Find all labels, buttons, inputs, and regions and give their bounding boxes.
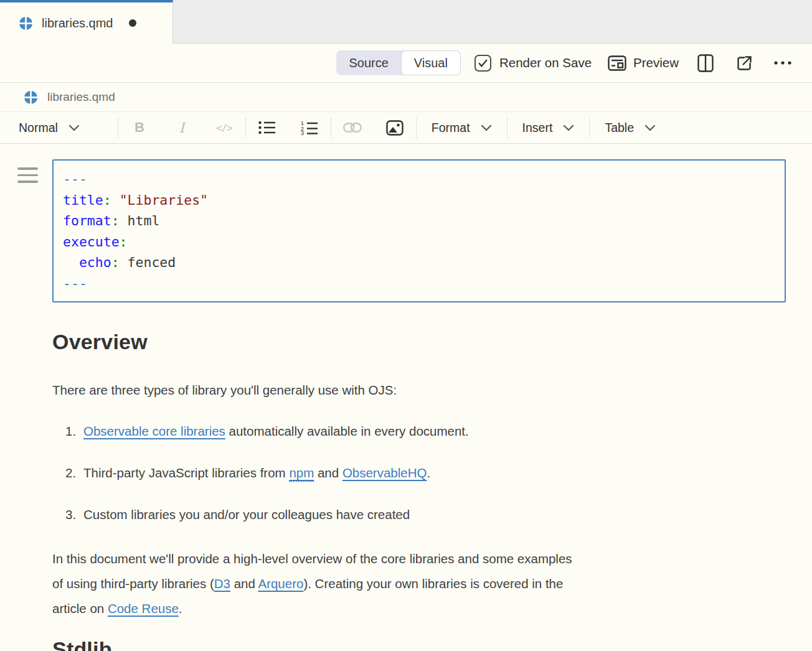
tab-bar: libraries.qmd (0, 0, 812, 44)
yaml-code-line: title: "Libraries" (63, 190, 775, 211)
numbered-list-icon: 1 2 3 (301, 120, 318, 135)
paragraph-style-value: Normal (19, 121, 58, 135)
yaml-code-line: --- (63, 273, 775, 294)
heading-overview[interactable]: Overview (52, 330, 786, 354)
preview-icon (608, 55, 626, 71)
insert-menu-dropdown[interactable]: Insert (519, 121, 578, 135)
chevron-down-icon (644, 124, 656, 131)
text-run: automatically available in every documen… (225, 424, 469, 438)
quarto-visual-editor-window: libraries.qmd Source Visual Render on Sa… (0, 0, 812, 651)
editor-toolbar: Source Visual Render on Save Preview (0, 44, 812, 83)
yaml-code-line: execute: (63, 232, 775, 253)
format-menu-dropdown[interactable]: Format (428, 121, 496, 135)
toolbar-divider (507, 117, 507, 138)
split-editor-button[interactable] (697, 54, 714, 72)
image-button[interactable] (374, 120, 416, 136)
heading-stdlib[interactable]: Stdlib (52, 637, 786, 651)
list-item[interactable]: 3.Custom libraries you and/or your colle… (52, 502, 786, 527)
open-external-icon (736, 55, 753, 72)
list-item-text: Observable core libraries automatically … (83, 419, 469, 444)
text-run: Third-party JavaScript libraries from (83, 466, 289, 480)
toolbar-divider (589, 117, 590, 138)
link-icon (343, 123, 362, 133)
numbered-list-button[interactable]: 1 2 3 (288, 120, 331, 135)
open-external-button[interactable] (736, 55, 753, 72)
intro-paragraph[interactable]: There are three types of library you'll … (52, 378, 786, 403)
ellipsis-icon (773, 60, 792, 65)
list-number: 2. (65, 461, 83, 485)
yaml-code-line: format: html (63, 210, 775, 232)
mode-toggle: Source Visual (336, 50, 461, 75)
list-number: 3. (65, 502, 83, 527)
bold-button[interactable]: B (118, 119, 161, 136)
hyperlink[interactable]: Code Reuse (108, 601, 179, 616)
chevron-down-icon (563, 124, 574, 131)
yaml-code-line: echo: fenced (63, 252, 775, 273)
breadcrumb: libraries.qmd (0, 83, 812, 112)
text-run: and (314, 466, 342, 480)
closing-paragraph[interactable]: In this document we'll provide a high-le… (52, 546, 786, 621)
source-mode-button[interactable]: Source (336, 50, 400, 75)
link-button[interactable] (331, 123, 374, 133)
unsaved-indicator-dot (129, 19, 136, 27)
inline-code-icon: </> (216, 122, 232, 134)
text-run: . (427, 466, 430, 480)
text-run: article on (52, 601, 108, 616)
check-icon (478, 58, 488, 68)
chevron-down-icon (481, 124, 492, 131)
hyperlink[interactable]: ObservableHQ (342, 466, 427, 480)
yaml-front-matter-block[interactable]: ---title: "Libraries"format: htmlexecute… (52, 159, 786, 302)
text-run: . (179, 601, 182, 616)
hyperlink[interactable]: D3 (214, 576, 230, 591)
image-icon (386, 120, 404, 136)
insert-menu-label: Insert (522, 121, 553, 135)
bullet-list-button[interactable] (246, 121, 288, 134)
render-on-save-checkbox[interactable] (474, 55, 491, 72)
document-editing-surface: ---title: "Libraries"format: htmlexecute… (0, 144, 812, 651)
render-on-save-label: Render on Save (499, 55, 592, 70)
list-item-text: Custom libraries you and/or your colleag… (83, 502, 410, 527)
italic-icon: I (179, 120, 184, 136)
list-item[interactable]: 2.Third-party JavaScript libraries from … (52, 461, 786, 485)
bold-icon: B (135, 119, 144, 136)
yaml-code-line: --- (63, 169, 775, 190)
text-run: and (230, 576, 258, 591)
breadcrumb-filename[interactable]: libraries.qmd (47, 90, 115, 104)
svg-text:3: 3 (301, 130, 304, 135)
quarto-file-icon (19, 16, 33, 30)
text-run: Custom libraries you and/or your colleag… (83, 507, 410, 522)
text-run: ). Creating your own libraries is covere… (303, 576, 563, 591)
visual-mode-button[interactable]: Visual (401, 50, 461, 75)
list-item[interactable]: 1.Observable core libraries automaticall… (52, 419, 786, 444)
hyperlink[interactable]: Observable core libraries (83, 424, 225, 438)
table-menu-label: Table (605, 121, 634, 135)
tab-title: libraries.qmd (42, 16, 113, 30)
render-on-save-control: Render on Save (474, 55, 592, 72)
more-options-button[interactable] (773, 60, 792, 65)
format-menu-label: Format (432, 121, 470, 135)
preview-button[interactable]: Preview (608, 55, 679, 71)
tab-libraries-qmd[interactable]: libraries.qmd (0, 0, 173, 44)
paragraph-style-dropdown[interactable]: Normal (15, 121, 83, 135)
toolbar-divider (416, 117, 417, 138)
list-item-text: Third-party JavaScript libraries from np… (83, 461, 430, 485)
format-toolbar: Normal B I </> 1 2 3 (0, 112, 812, 144)
code-button[interactable]: </> (203, 122, 245, 134)
hyperlink[interactable]: Arquero (258, 576, 303, 591)
table-menu-dropdown[interactable]: Table (601, 121, 659, 135)
split-view-icon (697, 54, 714, 72)
library-types-list: 1.Observable core libraries automaticall… (52, 419, 786, 527)
bullet-list-icon (258, 121, 276, 134)
hyperlink[interactable]: npm (289, 466, 314, 482)
block-drag-handle-icon[interactable] (17, 167, 38, 183)
text-run: of using third-party libraries ( (52, 576, 214, 591)
quarto-file-icon (24, 90, 38, 105)
italic-button[interactable]: I (161, 120, 203, 136)
text-run: In this document we'll provide a high-le… (52, 551, 572, 566)
chevron-down-icon (68, 124, 80, 131)
preview-label: Preview (633, 55, 679, 70)
list-number: 1. (65, 419, 83, 444)
